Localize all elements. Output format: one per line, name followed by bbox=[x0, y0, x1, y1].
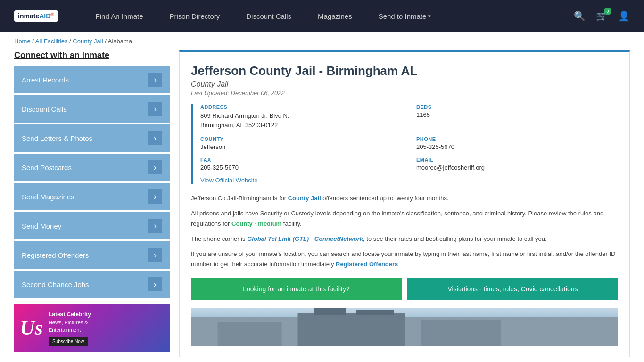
county-jail-link-1[interactable]: County Jail bbox=[288, 195, 321, 202]
sidebar: Connect with an Inmate Arrest Records › … bbox=[14, 50, 170, 357]
beds-label: BEDS bbox=[416, 104, 618, 110]
county-label: COUNTY bbox=[200, 136, 402, 142]
logo-icon: inmateAID® bbox=[14, 10, 58, 22]
chevron-right-icon: › bbox=[148, 102, 162, 116]
nav-find-inmate[interactable]: Find An Inmate bbox=[83, 0, 157, 32]
chevron-right-icon: › bbox=[148, 277, 162, 291]
cart-badge: 0 bbox=[604, 8, 611, 15]
sidebar-title: Connect with an Inmate bbox=[14, 50, 170, 60]
nav-icons: 🔍 🛒 0 👤 bbox=[574, 10, 630, 22]
facility-info-section: ADDRESS 809 Richard Arrington Jr. Blvd N… bbox=[191, 104, 618, 184]
official-website-link[interactable]: View Official Website bbox=[200, 177, 257, 184]
ad-logo: Us bbox=[20, 318, 43, 338]
beds-value: 1165 bbox=[416, 111, 618, 118]
beds-block: BEDS 1165 bbox=[416, 104, 618, 130]
sidebar-btn-arrest-records[interactable]: Arrest Records › bbox=[14, 66, 170, 93]
chevron-right-icon: › bbox=[148, 160, 162, 174]
svg-rect-3 bbox=[421, 320, 501, 346]
sidebar-btn-second-chance-jobs[interactable]: Second Chance Jobs › bbox=[14, 271, 170, 298]
county-value: Jefferson bbox=[200, 143, 402, 150]
user-icon[interactable]: 👤 bbox=[618, 10, 630, 22]
chevron-right-icon: › bbox=[148, 73, 162, 87]
gtl-link[interactable]: Global Tel Link (GTL) - ConnectNetwork bbox=[247, 235, 363, 242]
nav-send-to-inmate[interactable]: Send to Inmate ▾ bbox=[365, 0, 445, 32]
logo[interactable]: inmateAID® bbox=[14, 10, 59, 22]
nav-prison-directory[interactable]: Prison Directory bbox=[157, 0, 233, 32]
sidebar-btn-send-postcards[interactable]: Send Postcards › bbox=[14, 154, 170, 181]
address-label: ADDRESS bbox=[200, 104, 402, 110]
nav-links: Find An Inmate Prison Directory Discount… bbox=[83, 0, 574, 32]
breadcrumb: Home / All Facilities / County Jail / Al… bbox=[0, 32, 644, 50]
description-3: The phone carrier is Global Tel Link (GT… bbox=[191, 234, 618, 244]
svg-rect-4 bbox=[512, 324, 608, 346]
advertisement-banner[interactable]: Us Latest Celebrity News, Pictures & Ent… bbox=[14, 304, 170, 352]
cta-buttons: Looking for an inmate at this facility? … bbox=[191, 278, 618, 300]
svg-rect-1 bbox=[218, 322, 282, 346]
nav-magazines[interactable]: Magazines bbox=[305, 0, 365, 32]
facility-last-updated: Last Updated: December 06, 2022 bbox=[191, 90, 618, 97]
svg-rect-6 bbox=[356, 310, 394, 315]
breadcrumb-all-facilities[interactable]: All Facilities bbox=[35, 38, 68, 45]
fax-block: FAX 205-325-5670 bbox=[200, 157, 402, 171]
county-medium-link[interactable]: County - medium bbox=[231, 220, 281, 227]
cart-icon[interactable]: 🛒 0 bbox=[596, 10, 608, 22]
facility-image-preview bbox=[191, 308, 618, 346]
sidebar-btn-discount-calls[interactable]: Discount Calls › bbox=[14, 95, 170, 123]
nav-discount-calls[interactable]: Discount Calls bbox=[233, 0, 305, 32]
breadcrumb-state: Alabama bbox=[108, 38, 132, 45]
address-block: ADDRESS 809 Richard Arrington Jr. Blvd N… bbox=[200, 104, 402, 130]
registered-offenders-link[interactable]: Registered Offenders bbox=[336, 261, 398, 268]
phone-label: PHONE bbox=[416, 136, 618, 142]
facility-content: Jefferson County Jail - Birmingham AL Co… bbox=[179, 50, 630, 357]
breadcrumb-home[interactable]: Home bbox=[14, 38, 31, 45]
search-icon[interactable]: 🔍 bbox=[574, 10, 586, 22]
phone-block: PHONE 205-325-5670 bbox=[416, 136, 618, 150]
chevron-right-icon: › bbox=[148, 219, 162, 233]
facility-title: Jefferson County Jail - Birmingham AL bbox=[191, 64, 618, 78]
description-2: All prisons and jails have Security or C… bbox=[191, 208, 618, 229]
sidebar-btn-send-money[interactable]: Send Money › bbox=[14, 212, 170, 239]
fax-value: 205-325-5670 bbox=[200, 164, 402, 171]
sidebar-btn-registered-offenders[interactable]: Registered Offenders › bbox=[14, 241, 170, 269]
sidebar-btn-send-letters[interactable]: Send Letters & Photos › bbox=[14, 124, 170, 152]
email-label: EMAIL bbox=[416, 157, 618, 163]
phone-value: 205-325-5670 bbox=[416, 143, 618, 150]
svg-rect-5 bbox=[314, 308, 346, 315]
sidebar-btn-send-magazines[interactable]: Send Magazines › bbox=[14, 183, 170, 210]
navbar: inmateAID® Find An Inmate Prison Directo… bbox=[0, 0, 644, 32]
chevron-right-icon: › bbox=[148, 248, 162, 262]
facility-type: County Jail bbox=[191, 80, 618, 89]
ad-content: Latest Celebrity News, Pictures & Entert… bbox=[49, 310, 91, 346]
svg-rect-2 bbox=[298, 313, 405, 346]
email-block: EMAIL moorec@jeffcosheriff.org bbox=[416, 157, 618, 171]
find-inmate-cta-button[interactable]: Looking for an inmate at this facility? bbox=[191, 278, 402, 300]
fax-label: FAX bbox=[200, 157, 402, 163]
chevron-right-icon: › bbox=[148, 189, 162, 204]
description-4: If you are unsure of your inmate's locat… bbox=[191, 249, 618, 270]
breadcrumb-county-jail[interactable]: County Jail bbox=[73, 38, 103, 45]
building-silhouette bbox=[191, 308, 618, 346]
description-1: Jefferson Co Jail-Birmingham is for Coun… bbox=[191, 193, 618, 204]
chevron-right-icon: › bbox=[148, 131, 162, 145]
visitations-cta-button[interactable]: Visitations - times, rules, Covid cancel… bbox=[407, 278, 618, 300]
county-block: COUNTY Jefferson bbox=[200, 136, 402, 150]
email-value: moorec@jeffcosheriff.org bbox=[416, 164, 618, 171]
ad-subscribe-btn[interactable]: Subscribe Now bbox=[49, 337, 88, 346]
chevron-down-icon: ▾ bbox=[428, 13, 431, 19]
address-value: 809 Richard Arrington Jr. Blvd N.Birming… bbox=[200, 111, 402, 130]
